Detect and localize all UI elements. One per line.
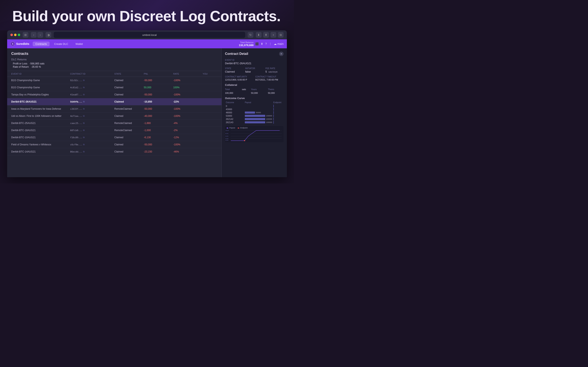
contracts-heading: Contracts xyxy=(7,48,222,58)
table-row[interactable]: B1G Championship Game 92c92c... ⧉ Claime… xyxy=(7,77,222,84)
cell-event-id: Deribit-BTC-25AUG21 xyxy=(11,122,70,125)
table-row[interactable]: Iowa vs Maryland Turnovers for Iowa Defe… xyxy=(7,105,222,113)
col-event-id: Event Id xyxy=(11,73,70,75)
event-id-value: Deribit-BTC-26AUG21 xyxy=(225,62,284,65)
copy-icon[interactable]: ⧉ xyxy=(83,100,85,103)
outcome-row: 48000 50000 xyxy=(225,111,284,114)
cell-contract-id: c2633f... ⧉ xyxy=(70,108,114,110)
cell-contract-id: f16c89... ⧉ xyxy=(70,136,114,139)
table-row[interactable]: Deribit-BTC-26AUG21 5649fb... ⧉ Claimed … xyxy=(7,98,222,105)
detail-header: Contract Detail ✕ xyxy=(225,52,284,56)
outcome-checkbox[interactable] xyxy=(273,108,274,111)
share-button[interactable]: ⬆ xyxy=(263,32,269,38)
outcome-row: 0 xyxy=(225,104,284,108)
copy-icon[interactable]: ⧉ xyxy=(83,86,85,89)
copy-icon[interactable]: ⧉ xyxy=(83,93,85,96)
outcome-checkbox[interactable] xyxy=(273,111,274,114)
nav-icon-help[interactable]: ? xyxy=(265,42,267,45)
table-row[interactable]: Tampa Bay vs Philadelphia Eagles 41ea87.… xyxy=(7,91,222,98)
svg-text:80,000: 80,000 xyxy=(225,133,228,134)
outcome-checkbox-cell xyxy=(273,105,283,107)
endpoint-legend-dot xyxy=(238,128,239,128)
cell-you xyxy=(203,79,217,82)
cell-pnl: -50,000 xyxy=(144,143,173,146)
outcome-rows: 0 43000 48000 50000 xyxy=(225,104,284,124)
detail-title: Contract Detail xyxy=(225,52,248,56)
cell-event-id: Deribit-BTC-14AUG21 xyxy=(11,150,70,153)
hero-section: Build your own Discreet Log Contracts. xyxy=(0,0,294,30)
cell-event-id: Deribit-BTC-26AUG21 xyxy=(11,100,70,103)
profit-stat: Profit or Loss -566,865 sats xyxy=(11,62,217,65)
new-tab-button[interactable]: + xyxy=(270,32,276,38)
outcome-checkbox[interactable] xyxy=(273,118,274,120)
maximize-button[interactable] xyxy=(18,34,20,36)
cell-event-id: Tampa Bay vs Philadelphia Eagles xyxy=(11,93,70,96)
outcome-chart: 100,000 80,000 60,000 40,000 20,000 xyxy=(225,129,284,141)
copy-icon[interactable]: ⧉ xyxy=(83,122,85,124)
close-button[interactable] xyxy=(10,34,13,36)
app-logo: S Suredbits xyxy=(10,42,29,46)
nav-icon-1[interactable]: ⬛ xyxy=(255,42,259,45)
tab-create-dlc[interactable]: Create DLC xyxy=(51,42,71,46)
cell-contract-id: caac25... ⧉ xyxy=(70,122,114,125)
tab-wallet[interactable]: Wallet xyxy=(73,42,86,46)
col-contract-id: Contract Id xyxy=(70,73,114,75)
outcome-bar-cell: 100000 xyxy=(245,115,273,117)
copy-icon[interactable]: ⧉ xyxy=(83,108,85,110)
cell-state: Claimed xyxy=(114,100,144,103)
table-row[interactable]: Deribit-BTC-18AUG21 607cb0... ⧉ RemoteCl… xyxy=(7,127,222,134)
nav-icon-2[interactable]: ⬆ xyxy=(261,42,263,45)
minimize-button[interactable] xyxy=(14,34,17,36)
copy-icon[interactable]: ⧉ xyxy=(83,136,85,139)
cell-contract-id: c6cf9e... ⧉ xyxy=(70,143,114,146)
copy-icon[interactable]: ⧉ xyxy=(83,129,85,132)
svg-text:40,000: 40,000 xyxy=(225,138,228,139)
traffic-lights xyxy=(10,34,20,36)
cell-contract-id: 86ecdd... ⧉ xyxy=(70,150,114,153)
cell-contract-id: 92c92c... ⧉ xyxy=(70,79,114,82)
download-button[interactable]: ⬇ xyxy=(256,32,261,38)
balance-value: 132,079,688 xyxy=(239,44,254,47)
table-row[interactable]: Deribit-BTC-10AUG21 f16c89... ⧉ Claimed … xyxy=(7,134,222,141)
forward-button[interactable]: › xyxy=(37,32,43,38)
back-button[interactable]: ‹ xyxy=(31,32,36,38)
url-bar[interactable] xyxy=(54,32,245,38)
table-row[interactable]: Deribit-BTC-25AUG21 caac25... ⧉ RemoteCl… xyxy=(7,120,222,127)
close-detail-button[interactable]: ✕ xyxy=(279,52,284,56)
collateral-grid: Total sats Yours Theirs 100,000 50,000 5… xyxy=(225,88,284,94)
copy-icon[interactable]: ⧉ xyxy=(83,150,85,153)
table-row[interactable]: Field of Dreams Yankees v Whitesox c6cf9… xyxy=(7,141,222,148)
reload-button[interactable]: ↻ xyxy=(248,32,253,38)
cell-rate: -4% xyxy=(173,122,203,125)
contract-detail-panel: Contract Detail ✕ Event Id Deribit-BTC-2… xyxy=(222,48,287,177)
outcome-bar-cell xyxy=(245,105,273,107)
main-content: Contracts DLC Returns Profit or Loss -56… xyxy=(7,48,287,177)
dates-row: Contract Maturity 12/31/1969, 6:00:00 P … xyxy=(225,76,284,81)
outcome-bar xyxy=(245,118,265,120)
cell-rate: 100% xyxy=(173,86,203,89)
outcome-checkbox[interactable] xyxy=(273,121,274,124)
cell-you xyxy=(203,93,217,96)
outcome-bar-cell: 50000 xyxy=(245,111,273,114)
table-row[interactable]: Udi vs Alison: First to 100K followers o… xyxy=(7,113,222,120)
cell-state: Claimed xyxy=(114,79,144,82)
theme-toggle-button[interactable]: ◑ xyxy=(45,32,51,38)
tab-contracts[interactable]: Contracts xyxy=(33,42,50,46)
table-row[interactable]: B1G Championship Game 4c81d2... ⧉ Claime… xyxy=(7,84,222,91)
outcome-bar xyxy=(245,111,255,114)
nav-icon-more[interactable]: ⋮ xyxy=(269,42,272,45)
sidebar-toggle-button[interactable]: ⊞ xyxy=(23,32,28,38)
table-row[interactable]: Deribit-BTC-14AUG21 86ecdd... ⧉ Claimed … xyxy=(7,148,222,155)
state-section: State Claimed xyxy=(225,67,243,73)
outcome-checkbox[interactable] xyxy=(273,114,274,117)
copy-icon[interactable]: ⧉ xyxy=(83,115,85,117)
cell-pnl: 50,000 xyxy=(144,86,173,89)
tabs-button[interactable]: ⧉ xyxy=(278,32,284,38)
outcome-bar-cell xyxy=(245,108,273,110)
cell-pnl: -23,150 xyxy=(144,150,173,153)
outcome-checkbox[interactable] xyxy=(273,105,274,108)
copy-icon[interactable]: ⧉ xyxy=(83,143,85,146)
copy-icon[interactable]: ⧉ xyxy=(83,79,85,82)
hero-title: Build your own Discreet Log Contracts. xyxy=(12,8,282,24)
chart-legend: Payout Endpoint xyxy=(225,126,284,129)
